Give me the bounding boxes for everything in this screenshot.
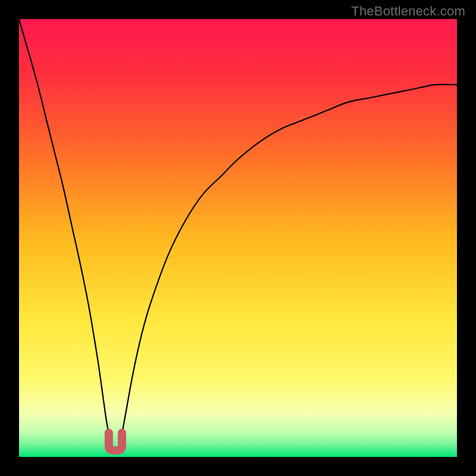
- bottleneck-chart: [19, 19, 457, 457]
- gradient-background: [19, 19, 457, 457]
- watermark-text: TheBottleneck.com: [351, 4, 465, 19]
- plot-area: [19, 19, 457, 457]
- chart-frame: TheBottleneck.com: [0, 0, 476, 476]
